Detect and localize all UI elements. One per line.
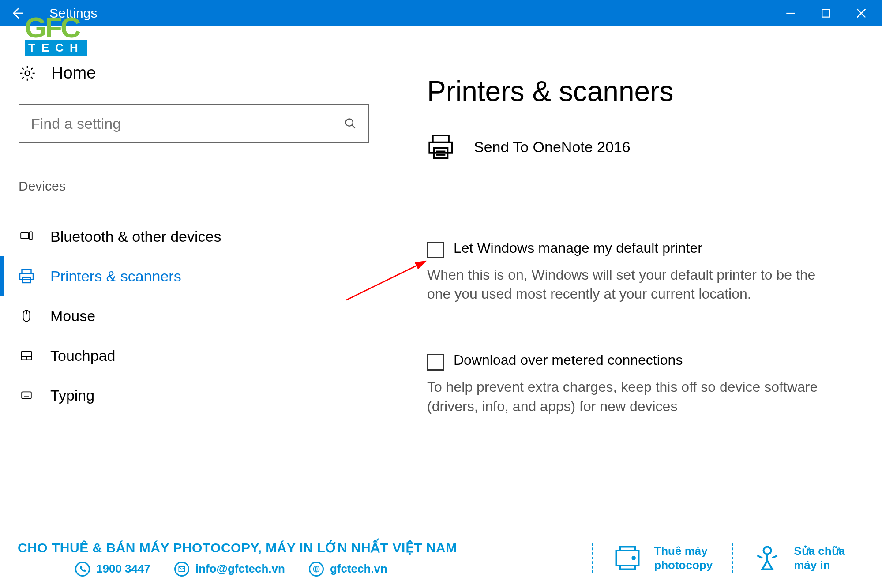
checkbox-description: To help prevent extra charges, keep this… xyxy=(427,378,833,416)
touchpad-icon xyxy=(19,348,34,363)
checkbox-description: When this is on, Windows will set your d… xyxy=(427,266,833,303)
svg-point-34 xyxy=(633,557,635,559)
home-label: Home xyxy=(51,64,96,82)
footer-tagline: CHO THUÊ & BÁN MÁY PHOTOCOPY, MÁY IN LỚN… xyxy=(18,540,592,555)
svg-rect-10 xyxy=(20,273,33,280)
sidebar-item-label: Bluetooth & other devices xyxy=(50,228,221,245)
svg-rect-8 xyxy=(30,232,32,240)
checkbox-label: Download over metered connections xyxy=(454,352,683,368)
svg-line-6 xyxy=(352,125,355,128)
printer-icon xyxy=(19,268,34,284)
footer-email-text: info@gfctech.vn xyxy=(195,562,285,576)
sidebar-item-printers[interactable]: Printers & scanners xyxy=(0,256,369,296)
maximize-button[interactable] xyxy=(819,7,833,20)
logo-line2: TECH xyxy=(25,40,87,56)
svg-point-4 xyxy=(25,71,30,75)
svg-rect-17 xyxy=(22,392,31,398)
printer-list-item[interactable]: Send To OneNote 2016 xyxy=(427,133,873,161)
sidebar-item-typing[interactable]: Typing xyxy=(19,375,369,415)
globe-icon xyxy=(309,562,324,577)
section-header: Devices xyxy=(19,179,369,194)
titlebar: Settings xyxy=(0,0,882,26)
footer-bar: CHO THUÊ & BÁN MÁY PHOTOCOPY, MÁY IN LỚN… xyxy=(0,528,882,588)
svg-rect-9 xyxy=(22,270,31,273)
footer-email[interactable]: info@gfctech.vn xyxy=(174,562,285,577)
svg-point-5 xyxy=(346,119,353,126)
default-printer-checkbox-row[interactable]: Let Windows manage my default printer xyxy=(427,240,873,258)
svg-rect-23 xyxy=(433,135,449,142)
main-panel: Printers & scanners Send To OneNote 2016… xyxy=(387,26,882,464)
service-photocopy[interactable]: Thuê máy photocopy xyxy=(592,543,732,573)
svg-rect-33 xyxy=(620,566,635,569)
svg-rect-7 xyxy=(21,233,28,239)
service-text-1: Thuê máy xyxy=(654,544,713,558)
sidebar-item-label: Mouse xyxy=(50,307,95,325)
search-input[interactable] xyxy=(31,115,344,132)
devices-icon xyxy=(19,228,34,244)
logo-line1: GFC xyxy=(25,17,87,39)
close-button[interactable] xyxy=(855,7,868,20)
service-repair[interactable]: Sửa chữa máy in xyxy=(732,543,864,573)
sidebar-item-mouse[interactable]: Mouse xyxy=(19,296,369,336)
gear-icon xyxy=(19,64,36,82)
search-icon xyxy=(344,117,357,130)
checkbox[interactable] xyxy=(427,354,444,371)
footer-phone-text: 1900 3447 xyxy=(96,562,150,576)
metered-download-checkbox-row[interactable]: Download over metered connections xyxy=(427,352,873,371)
footer-web[interactable]: gfctech.vn xyxy=(309,562,387,577)
sidebar-item-bluetooth[interactable]: Bluetooth & other devices xyxy=(19,217,369,256)
sidebar-item-label: Typing xyxy=(50,387,94,404)
metered-download-setting: Download over metered connections To hel… xyxy=(427,352,873,416)
window-title: Settings xyxy=(49,6,784,21)
default-printer-setting: Let Windows manage my default printer Wh… xyxy=(427,240,873,303)
printer-name: Send To OneNote 2016 xyxy=(474,139,631,156)
search-box[interactable] xyxy=(19,104,369,143)
minimize-button[interactable] xyxy=(784,7,797,20)
printer-device-icon xyxy=(427,133,454,161)
service-text-2: photocopy xyxy=(654,558,713,573)
svg-point-35 xyxy=(764,547,771,554)
sidebar-item-touchpad[interactable]: Touchpad xyxy=(19,336,369,375)
keyboard-icon xyxy=(19,387,34,403)
footer-web-text: gfctech.vn xyxy=(330,562,387,576)
svg-rect-32 xyxy=(620,547,635,551)
sidebar: Home Devices Bluetooth & other devices xyxy=(0,26,387,464)
home-link[interactable]: Home xyxy=(19,64,369,82)
checkbox-label: Let Windows manage my default printer xyxy=(454,240,702,256)
sidebar-item-label: Printers & scanners xyxy=(50,268,181,285)
repair-icon xyxy=(752,543,782,573)
svg-rect-11 xyxy=(23,277,30,283)
mail-icon xyxy=(174,562,189,577)
phone-icon xyxy=(75,562,90,577)
copier-icon xyxy=(612,543,642,573)
watermark-logo: GFC TECH xyxy=(25,17,87,56)
svg-rect-1 xyxy=(822,9,829,17)
footer-phone[interactable]: 1900 3447 xyxy=(75,562,150,577)
page-title: Printers & scanners xyxy=(427,75,873,108)
window-controls xyxy=(784,7,868,20)
service-text-2: máy in xyxy=(794,558,845,573)
mouse-icon xyxy=(19,308,34,324)
sidebar-item-label: Touchpad xyxy=(50,347,115,364)
service-text-1: Sửa chữa xyxy=(794,544,845,558)
checkbox[interactable] xyxy=(427,242,444,258)
